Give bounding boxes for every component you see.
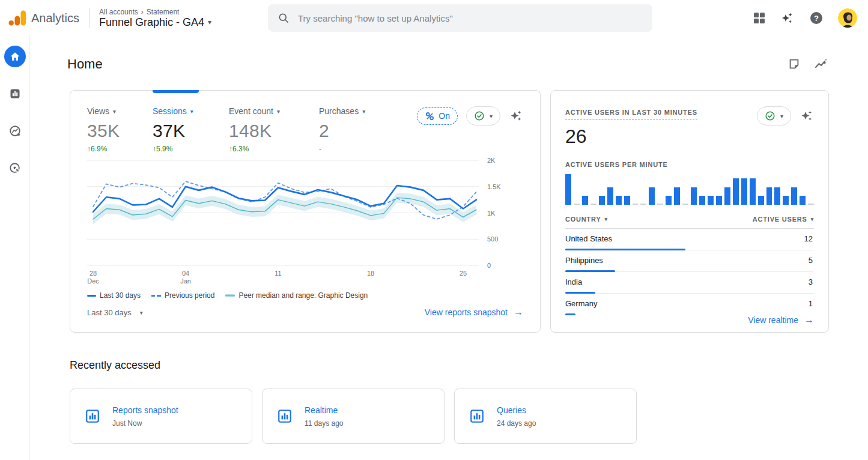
minute-bar <box>616 196 622 205</box>
minute-bar <box>808 204 814 205</box>
recent-card-reports-snapshot[interactable]: Reports snapshot Just Now <box>70 389 252 444</box>
report-icon <box>85 408 100 424</box>
divider <box>89 8 90 28</box>
top-bar-actions: ? <box>754 8 857 28</box>
search-icon <box>278 12 290 24</box>
metric-sessions[interactable]: Sessions▾ 37K ↑5.9% <box>153 106 229 153</box>
recent-card-timestamp: Just Now <box>112 419 178 428</box>
metric-value: 148K <box>229 121 319 141</box>
section-title: Recently accessed <box>70 359 829 372</box>
page-title: Home <box>67 56 103 72</box>
search-bar[interactable] <box>268 4 652 32</box>
bar-chart-icon <box>9 88 21 100</box>
sidebar-item-advertising[interactable] <box>4 157 26 179</box>
data-quality-button[interactable]: ▾ <box>466 106 500 126</box>
date-range-selector[interactable]: Last 30 days ▾ <box>87 308 143 317</box>
breadcrumb-property[interactable]: Statement <box>147 8 180 16</box>
sidebar-item-home[interactable] <box>4 46 26 67</box>
country-users: 12 <box>804 234 813 243</box>
home-overview-card: Views▾ 35K ↑6.9% Sessions▾ 37K ↑5.9% Eve… <box>70 90 541 333</box>
recent-card-title[interactable]: Queries <box>497 405 536 415</box>
insights-sparkle-icon[interactable] <box>800 109 814 123</box>
view-reports-snapshot-link[interactable]: View reports snapshot → <box>425 307 523 318</box>
recent-card-title[interactable]: Reports snapshot <box>112 405 178 415</box>
realtime-card: ACTIVE USERS IN LAST 30 MINUTES 26 ▾ <box>550 90 829 333</box>
table-row[interactable]: Philippines 5 <box>565 250 814 272</box>
metric-label[interactable]: Event count <box>229 106 273 116</box>
chevron-down-icon: ▾ <box>208 18 211 26</box>
minute-bar <box>649 187 655 205</box>
breadcrumb-account[interactable]: All accounts <box>99 8 138 16</box>
sidebar-item-reports[interactable] <box>4 83 26 104</box>
minute-bar <box>582 196 588 205</box>
active-users-column-header[interactable]: ACTIVE USERS▾ <box>753 216 814 223</box>
help-icon[interactable]: ? <box>810 12 822 24</box>
brand-area: Analytics All accounts › Statement Funne… <box>8 8 267 29</box>
table-row[interactable]: Germany 1 <box>565 294 814 315</box>
metric-purchases[interactable]: Purchases▾ 2 - <box>319 106 365 153</box>
country-column-header[interactable]: COUNTRY▾ <box>565 216 608 223</box>
metric-delta: ↑6.9% <box>87 145 153 153</box>
metric-event-count[interactable]: Event count▾ 148K ↑6.3% <box>229 106 319 153</box>
comparison-toggle[interactable]: On <box>417 107 458 125</box>
legend-previous-period: Previous period <box>151 291 214 300</box>
report-icon <box>469 408 485 424</box>
google-apps-icon[interactable] <box>754 13 765 23</box>
chevron-down-icon: ▾ <box>490 113 493 120</box>
explore-icon <box>8 124 22 138</box>
chevron-down-icon: ▾ <box>113 108 116 115</box>
chevron-down-icon: ▾ <box>277 108 280 115</box>
avatar[interactable] <box>838 8 857 28</box>
minute-bar <box>666 196 672 205</box>
arrow-right-icon: → <box>514 307 523 318</box>
table-row[interactable]: United States 12 <box>565 229 814 250</box>
svg-text:18: 18 <box>367 270 374 277</box>
recent-card-timestamp: 11 days ago <box>305 419 344 428</box>
minute-bar <box>750 178 756 205</box>
metric-label[interactable]: Views <box>87 106 109 116</box>
chevron-down-icon: ▾ <box>362 108 365 115</box>
minute-bar <box>774 187 780 205</box>
breadcrumb[interactable]: All accounts › Statement <box>99 8 211 16</box>
recently-accessed-section: Recently accessed Reports snapshot Just … <box>30 333 868 444</box>
view-realtime-link[interactable]: View realtime → <box>748 315 814 325</box>
svg-text:500: 500 <box>487 235 498 243</box>
metric-label[interactable]: Sessions <box>153 106 187 116</box>
insights-sparkle-icon[interactable] <box>509 109 523 123</box>
svg-text:28: 28 <box>90 270 97 277</box>
table-row[interactable]: India 3 <box>565 272 814 294</box>
data-quality-button[interactable]: ▾ <box>757 106 791 126</box>
insights-icon[interactable] <box>814 57 828 71</box>
property-title[interactable]: Funnel Graphic - GA4 <box>99 16 204 29</box>
search-input[interactable] <box>298 13 643 23</box>
svg-text:Dec: Dec <box>87 277 99 285</box>
recent-card-title[interactable]: Realtime <box>305 405 344 415</box>
metric-delta: ↑5.9% <box>153 145 229 153</box>
minute-bar <box>574 204 580 205</box>
solid-line-swatch <box>87 295 96 297</box>
metric-views[interactable]: Views▾ 35K ↑6.9% <box>87 106 153 153</box>
gemini-sparkle-icon[interactable] <box>780 11 795 25</box>
minute-bar <box>633 204 639 205</box>
band-swatch <box>225 294 235 297</box>
recent-card-realtime[interactable]: Realtime 11 days ago <box>262 389 445 444</box>
recent-card-queries[interactable]: Queries 24 days ago <box>454 389 637 444</box>
property-selector[interactable]: Funnel Graphic - GA4 ▾ <box>99 16 211 29</box>
notes-icon[interactable] <box>788 58 801 71</box>
minute-bar <box>691 187 697 205</box>
minute-bar <box>607 187 613 205</box>
minute-bar <box>682 204 688 205</box>
check-circle-icon <box>474 110 485 121</box>
minute-bar <box>716 196 722 205</box>
chevron-down-icon: ▾ <box>190 108 193 115</box>
metric-value: 35K <box>87 121 153 141</box>
country-name: United States <box>565 234 612 243</box>
svg-text:11: 11 <box>275 270 281 277</box>
country-users: 1 <box>809 299 813 308</box>
country-bar <box>565 313 575 315</box>
metric-delta: ↑6.3% <box>229 145 319 153</box>
metric-label[interactable]: Purchases <box>319 106 359 116</box>
sidebar-item-explore[interactable] <box>4 120 26 142</box>
country-name: Germany <box>565 299 597 308</box>
account-switcher[interactable]: All accounts › Statement Funnel Graphic … <box>99 8 211 29</box>
